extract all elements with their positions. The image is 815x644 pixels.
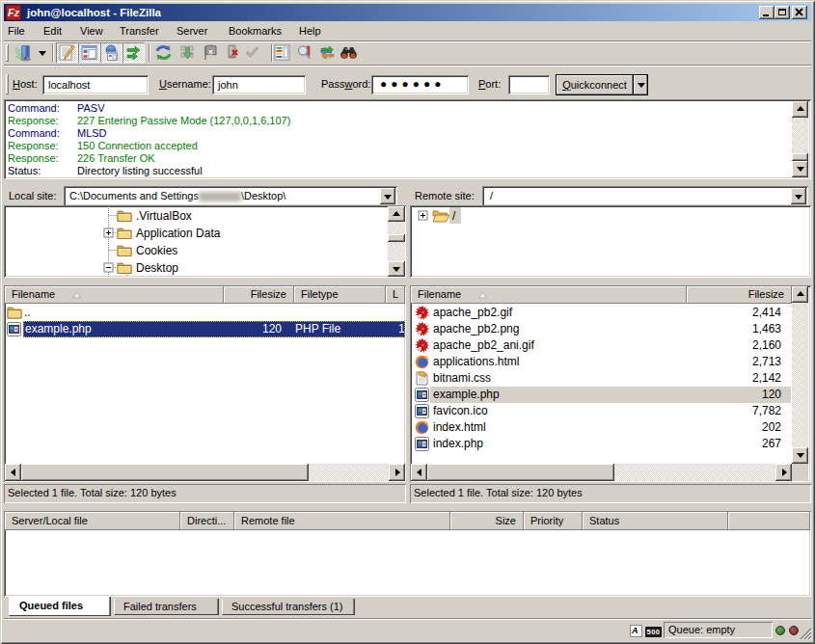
- svg-text:x: x: [208, 47, 213, 56]
